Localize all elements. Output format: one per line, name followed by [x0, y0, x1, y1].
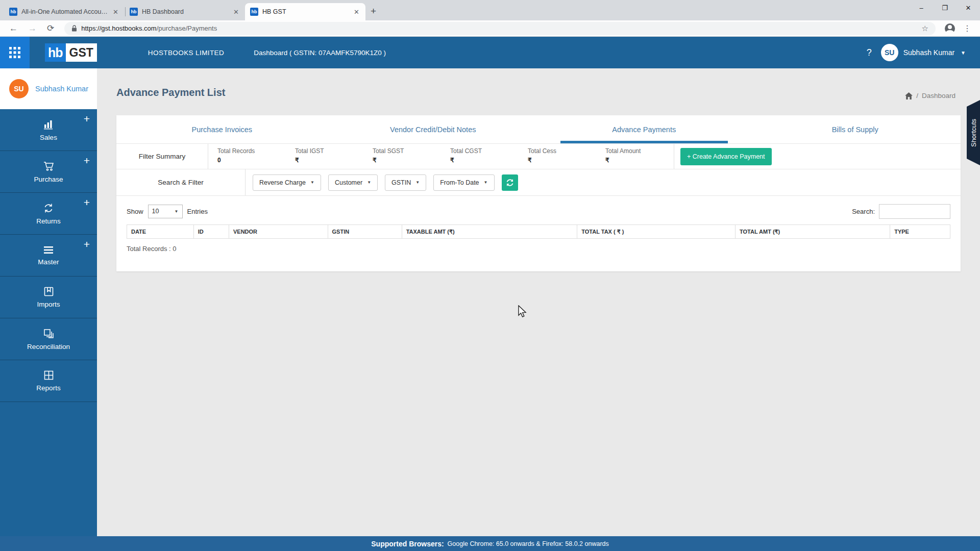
- browser-addressbar: ← → ⟳ https://gst.hostbooks.com/purchase…: [0, 20, 980, 37]
- col-total-amt[interactable]: TOTAL AMT (₹): [735, 225, 890, 239]
- browser-menu-icon[interactable]: ⋮: [959, 23, 976, 33]
- stat-label: Total Cess: [528, 147, 596, 155]
- gstin-dropdown[interactable]: GSTIN▼: [385, 174, 426, 191]
- stat-label: Total Records: [217, 147, 286, 155]
- gstin-dashboard-label[interactable]: Dashboard ( GSTIN: 07AAMFK5790K1Z0 ): [254, 49, 386, 57]
- hb-gst-logo[interactable]: hb GST: [45, 43, 97, 62]
- refresh-button[interactable]: [502, 174, 518, 191]
- browser-tab[interactable]: hb All-in-One Automated Accountin ✕: [4, 3, 125, 20]
- sidebar-item-master[interactable]: + Master: [0, 235, 97, 277]
- shortcuts-tab[interactable]: Shortcuts: [967, 100, 980, 165]
- stat-total-igst: Total IGST ₹: [286, 144, 363, 169]
- entries-per-page-value: 10: [152, 208, 159, 215]
- window-controls: – ❐ ✕: [910, 0, 980, 15]
- sidebar-item-reconciliation[interactable]: Reconciliation: [0, 318, 97, 360]
- search-input[interactable]: [879, 204, 950, 219]
- bookmark-star-icon[interactable]: ☆: [922, 24, 928, 33]
- sidebar-item-label: Master: [38, 258, 59, 266]
- tab-close-icon[interactable]: ✕: [232, 8, 240, 16]
- reverse-charge-dropdown[interactable]: Reverse Charge▼: [253, 174, 321, 191]
- help-icon[interactable]: ?: [867, 47, 872, 58]
- reload-icon[interactable]: ⟳: [42, 23, 59, 34]
- col-id[interactable]: ID: [193, 225, 229, 239]
- content-card: Purchase Invoices Vendor Credit/Debit No…: [116, 115, 961, 271]
- tab-bills-of-supply[interactable]: Bills of Supply: [750, 115, 961, 143]
- browser-tab-active[interactable]: hb HB GST ✕: [245, 3, 365, 20]
- sidebar-item-returns[interactable]: + Returns: [0, 193, 97, 235]
- stat-value: ₹: [450, 157, 519, 164]
- caret-down-icon: ▼: [175, 209, 179, 214]
- browser-tab-title: HB Dashboard: [142, 8, 228, 15]
- home-icon[interactable]: [905, 92, 913, 99]
- plus-icon[interactable]: +: [84, 239, 90, 249]
- breadcrumb: / Dashboard: [905, 92, 955, 99]
- navbar-username: Subhash Kumar: [903, 48, 954, 57]
- from-to-date-dropdown[interactable]: From-To Date▼: [433, 174, 494, 191]
- create-advance-payment-button[interactable]: + Create Advance Payment: [680, 148, 772, 165]
- dropdown-label: Reverse Charge: [259, 179, 306, 186]
- filter-summary-stats: Total Records 0 Total IGST ₹ Total SGST …: [208, 144, 674, 169]
- tab-vendor-credit-debit-notes[interactable]: Vendor Credit/Debit Notes: [328, 115, 539, 143]
- breadcrumb-current[interactable]: Dashboard: [922, 92, 955, 99]
- refresh-icon: [506, 179, 514, 187]
- entries-row: Show 10 ▼ Entries Search:: [116, 198, 961, 224]
- new-tab-button[interactable]: +: [371, 6, 376, 17]
- browser-tab[interactable]: hb HB Dashboard ✕: [125, 3, 245, 20]
- col-total-tax[interactable]: TOTAL TAX ( ₹ ): [577, 225, 736, 239]
- browser-tabstrip: hb All-in-One Automated Accountin ✕ hb H…: [0, 0, 980, 20]
- caret-down-icon: ▼: [415, 180, 420, 185]
- back-icon[interactable]: ←: [4, 23, 23, 34]
- dropdown-label: GSTIN: [391, 179, 411, 186]
- apps-grid-button[interactable]: [0, 37, 30, 68]
- stat-total-amount: Total Amount ₹: [596, 144, 674, 169]
- plus-icon[interactable]: +: [84, 197, 90, 208]
- stat-value: ₹: [373, 157, 441, 164]
- bar-chart-icon: [43, 119, 54, 130]
- forward-icon[interactable]: →: [23, 23, 42, 34]
- close-button[interactable]: ✕: [957, 0, 980, 15]
- search-label: Search:: [852, 208, 875, 215]
- col-taxable-amt[interactable]: TAXABLE AMT (₹): [402, 225, 577, 239]
- copies-icon: [43, 328, 54, 339]
- minimize-button[interactable]: –: [910, 0, 933, 15]
- hb-favicon-icon: hb: [9, 8, 17, 16]
- user-menu[interactable]: SU Subhash Kumar ▼: [881, 44, 966, 61]
- sidebar-item-label: Imports: [37, 300, 60, 308]
- browser-profile-icon[interactable]: [945, 23, 955, 34]
- tab-close-icon[interactable]: ✕: [353, 8, 360, 16]
- app-navbar: hb GST HOSTBOOKS LIMITED Dashboard ( GST…: [0, 37, 980, 68]
- col-date[interactable]: DATE: [127, 225, 194, 239]
- browser-tab-title: HB GST: [262, 8, 349, 15]
- tab-advance-payments[interactable]: Advance Payments: [538, 115, 750, 143]
- customer-dropdown[interactable]: Customer▼: [328, 174, 378, 191]
- tab-close-icon[interactable]: ✕: [112, 8, 119, 16]
- logo-gst-text: GST: [66, 43, 97, 62]
- hb-favicon-icon: hb: [130, 8, 138, 16]
- url-bar[interactable]: https://gst.hostbooks.com/purchase/Payme…: [64, 22, 936, 35]
- tab-purchase-invoices[interactable]: Purchase Invoices: [116, 115, 328, 143]
- stat-label: Total Amount: [605, 147, 674, 155]
- plus-icon[interactable]: +: [84, 155, 90, 166]
- menu-lines-icon: [43, 245, 54, 255]
- sidebar-item-purchase[interactable]: + Purchase: [0, 151, 97, 193]
- entries-per-page-select[interactable]: 10 ▼: [148, 205, 183, 218]
- total-records-text: Total Records : 0: [127, 245, 950, 253]
- sidebar: SU Subhash Kumar + Sales + Purchase + Re…: [0, 68, 97, 536]
- sidebar-item-sales[interactable]: + Sales: [0, 109, 97, 151]
- plus-icon[interactable]: +: [84, 113, 90, 124]
- col-vendor[interactable]: VENDOR: [229, 225, 328, 239]
- stat-label: Total IGST: [295, 147, 363, 155]
- page-title: Advance Payment List: [116, 87, 225, 98]
- stat-value: 0: [217, 157, 286, 164]
- restore-button[interactable]: ❐: [933, 0, 957, 15]
- col-gstin[interactable]: GSTIN: [328, 225, 402, 239]
- footer: Supported Browsers: Google Chrome: 65.0 …: [0, 536, 980, 551]
- stat-label: Total SGST: [373, 147, 441, 155]
- stat-value: ₹: [528, 157, 596, 164]
- company-name: HOSTBOOKS LIMITED: [148, 49, 224, 57]
- col-type[interactable]: TYPE: [890, 225, 950, 239]
- sidebar-item-reports[interactable]: Reports: [0, 360, 97, 402]
- dropdown-label: Customer: [335, 179, 362, 186]
- logo-hb-text: hb: [45, 43, 66, 62]
- sidebar-item-imports[interactable]: Imports: [0, 277, 97, 318]
